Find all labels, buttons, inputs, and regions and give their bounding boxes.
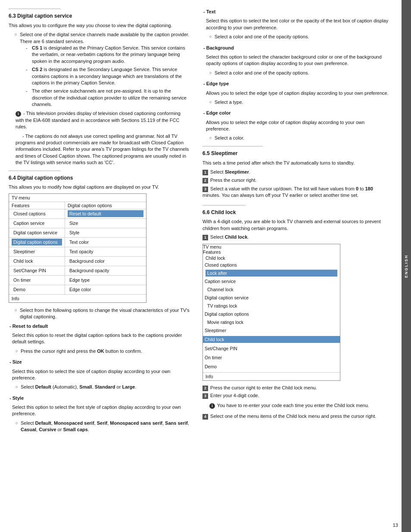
option-text-desc: Select this option to select the text co… — [203, 18, 389, 31]
table-row: Demo Edge color — [9, 285, 146, 294]
option-edge-color-bullets: Select a color. — [203, 135, 389, 141]
section-66-intro: With a 4-digit code, you are able to loc… — [202, 218, 389, 232]
info-block-1: i - This television provides display of … — [9, 110, 190, 130]
table-row: Child lock Background color — [9, 256, 146, 266]
info-icon-1: i — [16, 111, 21, 117]
table-row: On timer Edge type — [9, 275, 146, 285]
section-66-title: 6.6 Child lock — [202, 209, 389, 216]
menu-right-cell: Style — [65, 228, 146, 237]
menu-left-item: On timer — [9, 276, 65, 285]
option-style-desc: Select this option to select the font st… — [9, 404, 190, 417]
menu-left-item: Digital caption options — [203, 311, 340, 317]
menu-left-item: On timer — [203, 354, 340, 361]
section-66-step1: 1 Select Child lock. — [202, 234, 389, 240]
option-edge-color: - Edge color Allows you to select the ed… — [202, 110, 389, 142]
menu-left-item: Sleeptimer — [203, 327, 340, 334]
menu-left-item: Sleeptimer — [9, 247, 65, 256]
menu-right-cell: Size — [65, 219, 146, 228]
table-row: Demo — [203, 363, 340, 372]
menu-right-cell: Text opacity — [65, 247, 146, 256]
section-65-steps: 1 Select Sleeptimer. 2 Press the cursor … — [202, 169, 389, 199]
table-row: Set/Change PIN Background opacity — [9, 266, 146, 275]
option-reset-title: - Reset to default — [9, 323, 190, 330]
option-edge-color-title: - Edge color — [203, 110, 389, 116]
option-size-bullets: Select Default (Automatic), Small, Stand… — [9, 384, 190, 390]
table-row: Digital caption service Style — [9, 228, 146, 237]
section-64-divider — [9, 171, 60, 171]
option-size-title: - Size — [9, 359, 190, 365]
menu-right-cell: Movie ratings lock — [203, 318, 340, 327]
section-63-title: 6.3 Digital caption service — [9, 12, 190, 20]
menu-right-cell: Edge type — [65, 276, 146, 285]
menu-right-cell: Reset to default — [65, 209, 146, 218]
section-66-step3: 3 Enter your 4-digit code. — [202, 393, 389, 399]
other-channels-item: The other service subchannels are not pr… — [26, 88, 190, 108]
section-66-divider — [202, 205, 246, 205]
menu-right-cell: Background color — [65, 257, 146, 266]
table-row: Digital caption service TV ratings lock — [203, 294, 340, 311]
menu-right-cell: Channel lock — [203, 285, 340, 294]
step-65-3: 3 Select a value with the cursor up/down… — [202, 186, 389, 199]
section-63-bullet1: Select one of the digital service channe… — [15, 31, 190, 108]
menu-left-item: Set/Change PIN — [9, 266, 65, 275]
option-edge-type-title: - Edge type — [203, 81, 389, 87]
section-63-list: Select one of the digital service channe… — [9, 31, 190, 108]
tv-menu-table-66: TV menu Features Child lock Closed capti… — [202, 244, 340, 381]
menu-right-cell: TV ratings lock — [203, 302, 340, 311]
table-row: Caption service Size — [9, 218, 146, 228]
menu-col1-header-64: Features — [9, 202, 65, 209]
table-row: On timer — [203, 354, 340, 363]
step-65-1: 1 Select Sleeptimer. — [202, 169, 389, 175]
option-style-bullets: Select Default, Monospaced serif, Serif,… — [9, 420, 190, 433]
menu-left-item: Child lock — [203, 336, 340, 343]
option-reset-desc: Select this option to reset the digital … — [9, 332, 190, 345]
menu-left-item: Caption service — [9, 219, 65, 228]
section-65-intro: This sets a time period after which the … — [202, 160, 389, 166]
option-size: - Size Select this option to select the … — [9, 359, 190, 391]
right-column: - Text Select this option to select the … — [198, 9, 389, 523]
table-row: Digital caption options Movie ratings lo… — [203, 311, 340, 327]
table-row: Set/Change PIN — [203, 345, 340, 354]
table-row: Closed captions Reset to default — [9, 209, 146, 218]
table-row: Sleeptimer — [203, 327, 340, 336]
menu-info-66: Info — [203, 372, 340, 380]
menu-left-item: Demo — [9, 285, 65, 294]
option-text: - Text Select this option to select the … — [202, 9, 389, 40]
option-edge-type-desc: Allows you to select the edge type of ca… — [203, 90, 389, 96]
table-row: Caption service Channel lock — [203, 278, 340, 294]
menu-col1-header-66: Features — [203, 249, 340, 255]
menu-left-item: Digital caption options — [9, 238, 65, 247]
option-style: - Style Select this option to select the… — [9, 395, 190, 433]
menu-left-item: Closed captions — [9, 209, 65, 218]
side-tab: ENGLISH — [402, 0, 411, 532]
info-block-2: - The captions do not always use correct… — [9, 133, 190, 166]
table-row: Closed captions Lock after — [203, 261, 340, 278]
menu-right-cell: Lock after — [203, 269, 340, 278]
menu-left-item: Digital caption service — [203, 294, 340, 301]
menu-right-cell: Background opacity — [65, 266, 146, 275]
tv-menu-table-64: TV menu Features Digital caption options… — [9, 193, 146, 303]
menu-col-headers-64: Features Digital caption options — [9, 202, 146, 209]
option-reset: - Reset to default Select this option to… — [9, 323, 190, 355]
section-64-intro: This allows you to modify how digital ca… — [9, 184, 190, 190]
menu-col2-header-64: Digital caption options — [65, 202, 146, 209]
menu-left-item: Demo — [203, 363, 340, 370]
menu-col2-header-66: Child lock — [203, 255, 340, 261]
menu-left-item: Set/Change PIN — [203, 345, 340, 352]
option-reset-bullets: Press the cursor right and press the OK … — [9, 348, 190, 355]
menu-left-item: Closed captions — [203, 261, 340, 268]
option-style-title: - Style — [9, 395, 190, 401]
table-row: Sleeptimer Text opacity — [9, 247, 146, 256]
section-66-step4: 4 Select one of the menu items of the Ch… — [202, 414, 389, 420]
page-container: 6.3 Digital caption service This allows … — [0, 0, 411, 532]
option-background-title: - Background — [203, 45, 389, 51]
menu-left-item: Child lock — [9, 257, 65, 266]
menu-col-headers-66: Features Child lock — [203, 249, 340, 261]
section-65-divider — [202, 146, 263, 146]
option-edge-color-desc: Allows you to select the edge color of c… — [203, 119, 389, 133]
menu-right-cell: Edge color — [65, 285, 146, 294]
option-edge-type: - Edge type Allows you to select the edg… — [202, 81, 389, 106]
left-column: 6.3 Digital caption service This allows … — [9, 9, 198, 523]
menu-right-cell: Text color — [65, 238, 146, 247]
cs1-item: CS 1 is designated as the Primary Captio… — [26, 45, 190, 65]
